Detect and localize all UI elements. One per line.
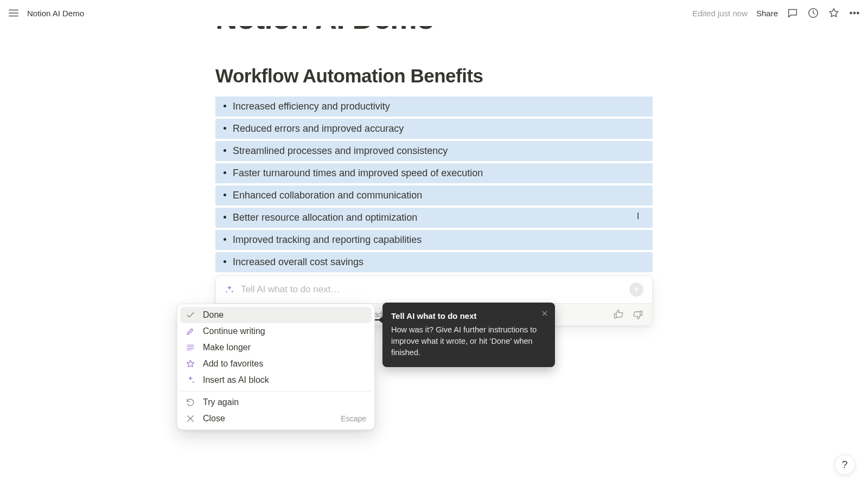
help-button[interactable]: ? [834,454,855,475]
thumbs-down-icon[interactable] [633,309,643,320]
hamburger-icon[interactable] [8,7,20,19]
sparkle-icon [186,375,195,385]
page-body: Notion AI Demo Workflow Automation Benef… [215,26,653,326]
list-item[interactable]: Improved tracking and reporting capabili… [215,230,653,250]
tooltip-close-button[interactable] [541,309,548,320]
page-title: Notion AI Demo [215,26,653,33]
menu-item-label: Continue writing [203,326,265,336]
menu-item-longer[interactable]: Make longer [180,339,372,356]
star-icon [186,359,195,369]
tooltip-body: How was it? Give AI further instructions… [391,324,546,358]
ai-hint-tooltip: Tell AI what to do next How was it? Give… [382,303,555,367]
thumbs-up-icon[interactable] [613,309,624,320]
tooltip-title: Tell AI what to do next [391,310,546,322]
check-icon [186,310,195,320]
list-item[interactable]: Enhanced collaboration and communication [215,185,653,206]
tooltip-caret [378,317,382,323]
menu-item-label: Done [203,310,224,320]
section-heading[interactable]: Workflow Automation Benefits [215,65,653,87]
menu-item-continue[interactable]: Continue writing [180,323,372,339]
menu-item-label: Add to favorites [203,359,263,369]
comments-icon[interactable] [787,7,799,19]
star-outline-icon[interactable] [828,7,840,19]
more-icon[interactable] [848,7,860,19]
page-title-breadcrumb[interactable]: Notion AI Demo [27,9,84,18]
svg-point-6 [857,12,859,14]
retry-icon [186,397,195,407]
topbar: Notion AI Demo Edited just now Share [0,0,868,26]
bullet-list: Increased efficiency and productivity Re… [215,97,653,272]
menu-item-retry[interactable]: Try again [180,394,372,410]
list-item[interactable]: Reduced errors and improved accuracy [215,119,653,139]
question-icon: ? [842,459,848,471]
menu-shortcut: Escape [341,414,366,423]
menu-item-insert-block[interactable]: Insert as AI block [180,372,372,388]
ai-actions-menu: Done Continue writing Make longer Add to… [177,304,375,430]
edited-status: Edited just now [692,9,748,18]
pencil-icon [186,326,195,336]
list-item[interactable]: Streamlined processes and improved consi… [215,141,653,161]
arrow-up-icon [633,286,640,293]
close-icon [186,414,195,423]
text-caret-icon: I [637,212,637,221]
menu-item-label: Try again [203,397,239,407]
menu-item-favorite[interactable]: Add to favorites [180,356,372,372]
svg-point-4 [850,12,852,14]
menu-separator [180,391,372,391]
svg-point-5 [853,12,855,14]
share-button[interactable]: Share [756,9,778,18]
list-item[interactable]: Better resource allocation and optimizat… [215,208,653,228]
ai-prompt-input[interactable] [240,284,624,296]
menu-item-done[interactable]: Done [180,307,372,323]
list-item[interactable]: Faster turnaround times and improved spe… [215,163,653,183]
menu-item-close[interactable]: Close Escape [180,410,372,427]
clock-icon[interactable] [807,7,819,19]
menu-item-label: Close [203,414,225,423]
list-item[interactable]: Increased overall cost savings [215,252,653,272]
menu-item-label: Insert as AI block [203,375,269,385]
list-item[interactable]: Increased efficiency and productivity [215,97,653,117]
sparkle-icon [225,285,234,294]
menu-item-label: Make longer [203,343,251,352]
send-button[interactable] [629,282,643,297]
lines-icon [186,343,195,352]
